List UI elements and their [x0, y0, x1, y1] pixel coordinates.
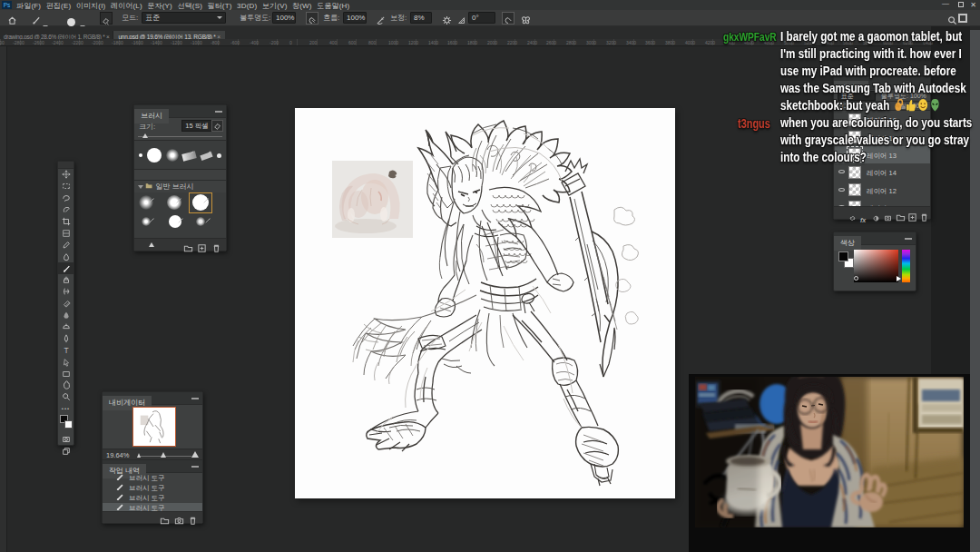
- svg-text:T: T: [64, 346, 68, 355]
